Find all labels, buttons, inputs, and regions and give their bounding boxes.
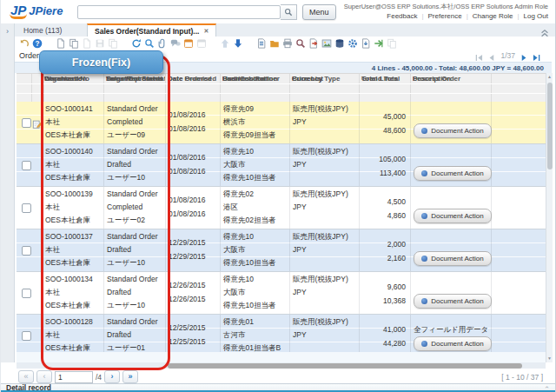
delete-record-icon[interactable] <box>81 37 92 49</box>
partner-location: 古河市 <box>220 329 289 341</box>
date-ordered: 01/08/2016 <box>165 110 220 121</box>
product-info-icon[interactable] <box>334 37 345 49</box>
next-record-icon[interactable] <box>520 50 529 60</box>
sidebar-expand-chevron[interactable]: › <box>1 23 15 362</box>
target-document-type: Standard Order <box>103 103 165 115</box>
parent-record-icon[interactable] <box>219 37 230 49</box>
nav-link-change-role[interactable]: Change Role <box>473 12 513 20</box>
column-header-label <box>165 74 220 83</box>
document-action-button[interactable]: Document Action <box>414 336 492 351</box>
jpiere-logo[interactable]: JP JPiere <box>10 3 63 19</box>
totals-cell: 4,5004,860 <box>359 187 411 229</box>
nav-link-preference[interactable]: Preference <box>428 12 462 20</box>
table-row[interactable]: SOO-1000134本社OES本社倉庫Standard OrderDrafte… <box>17 272 546 315</box>
active-workflows-icon[interactable] <box>386 37 397 49</box>
tab-bar <box>1 23 555 37</box>
table-row[interactable]: SOO-1000139本社OES本社倉庫Standard OrderComple… <box>17 187 546 229</box>
document-action-button[interactable]: Document Action <box>414 209 492 223</box>
business-partner: 得意先02 <box>220 189 289 200</box>
horizontal-scrollbar-thumb[interactable] <box>168 363 522 369</box>
business-partner: 得意先10 <box>220 146 289 157</box>
print-icon[interactable] <box>281 37 293 49</box>
page-previous-button[interactable]: ‹ <box>36 370 52 383</box>
table-row[interactable]: SOO-1000140本社OES本社倉庫Standard OrderDrafte… <box>17 144 546 187</box>
total-lines-amount: 9,600 <box>359 282 410 293</box>
zoom-across-icon[interactable] <box>373 37 384 49</box>
document-action-button[interactable]: Document Action <box>414 294 492 309</box>
table-row[interactable]: SOO-1000128本社OES本社倉庫Standard OrderDrafte… <box>17 315 546 357</box>
first-record-icon[interactable] <box>474 50 484 60</box>
column-header-label[interactable]: Currency Type <box>289 74 359 83</box>
dates-cell: 12/25/201512/25/2015 <box>165 315 221 356</box>
find-icon[interactable] <box>143 37 155 49</box>
document-action-button[interactable]: Document Action <box>414 166 492 181</box>
tab-home[interactable]: Home (113) <box>17 23 69 37</box>
tab-sales-order[interactable]: Sales Order(Standard Input)... ✕ <box>87 23 216 37</box>
export-file-icon[interactable] <box>360 37 371 49</box>
column-header-label[interactable]: User/Contact <box>220 74 289 83</box>
row-checkbox[interactable] <box>22 203 31 213</box>
nav-link-feedback[interactable]: Feedback <box>387 12 417 20</box>
row-checkbox[interactable] <box>22 246 31 256</box>
warehouse: OES本社倉庫 <box>42 130 103 141</box>
page-number-input[interactable] <box>55 371 93 383</box>
page-last-button[interactable]: » <box>122 370 138 383</box>
previous-record-icon[interactable] <box>486 50 496 60</box>
scroll-up-arrow[interactable]: ▲ <box>546 73 553 81</box>
vertical-scrollbar[interactable]: ▲ ▼ <box>546 73 553 362</box>
totals-cell: 2,0002,160 <box>359 229 411 271</box>
chat-icon[interactable] <box>169 37 181 49</box>
row-checkbox[interactable] <box>22 161 31 170</box>
scroll-down-arrow[interactable]: ▼ <box>546 355 553 362</box>
archive-icon[interactable] <box>268 37 280 49</box>
report-icon[interactable] <box>255 37 267 49</box>
tab-close-icon[interactable]: ✕ <box>203 28 208 35</box>
save-icon[interactable] <box>94 37 105 49</box>
row-checkbox[interactable] <box>22 289 31 298</box>
vertical-scrollbar-thumb[interactable] <box>547 83 553 169</box>
detail-collapse-chevron-icon[interactable]: › <box>543 386 551 389</box>
detail-record-icon[interactable] <box>232 37 243 49</box>
total-lines-amount: 4,500 <box>359 196 410 208</box>
totals-cell: 9,60010,368 <box>359 272 411 314</box>
page-first-button[interactable]: « <box>18 370 34 383</box>
file-import-icon[interactable] <box>321 37 332 49</box>
new-record-icon[interactable] <box>55 37 66 49</box>
price-list-cell: 販売用(税抜JPY)JPY <box>289 187 360 229</box>
copy-record-icon[interactable] <box>68 37 79 49</box>
collapse-all-icon[interactable] <box>539 25 550 36</box>
column-header-label[interactable]: Warehouse <box>42 74 103 83</box>
document-status: Drafted <box>103 329 165 341</box>
save-create-icon[interactable] <box>107 37 118 49</box>
page-next-button[interactable]: › <box>104 370 120 383</box>
last-record-icon[interactable] <box>532 50 541 60</box>
menu-button[interactable]: Menu <box>302 4 336 20</box>
row-checkbox[interactable] <box>22 118 31 128</box>
nav-link-log-out[interactable]: Log Out <box>524 12 548 20</box>
grid-toggle-icon[interactable] <box>182 37 194 49</box>
grand-total-amount: 113,400 <box>359 168 410 179</box>
table-row[interactable]: SOO-1000141本社OES本社倉庫Standard OrderComple… <box>17 102 546 144</box>
undo-icon[interactable] <box>18 37 30 49</box>
document-action-button[interactable]: Document Action <box>414 123 492 138</box>
table-row[interactable]: SOO-1000137本社OES本社倉庫Standard OrderDrafte… <box>17 229 546 272</box>
sales-representative: ユーザー09 <box>103 130 165 141</box>
global-search-input[interactable] <box>77 5 281 19</box>
horizontal-scrollbar[interactable] <box>17 362 546 369</box>
selection-total-status: 4 Lines - 45,000.00 - Total: 48,600.00 J… <box>372 64 544 72</box>
export-data-icon[interactable] <box>308 37 319 49</box>
document-action-button[interactable]: Document Action <box>414 251 492 266</box>
description: 全フィールド用データ <box>410 324 491 336</box>
search-button[interactable] <box>281 4 297 20</box>
print-preview-icon[interactable] <box>295 37 306 49</box>
help-icon[interactable] <box>31 37 43 49</box>
refresh-icon[interactable] <box>130 37 142 49</box>
column-header-label <box>359 74 410 83</box>
process-icon[interactable] <box>347 37 358 49</box>
ignore-icon[interactable] <box>195 37 207 49</box>
attachment-icon[interactable] <box>156 37 168 49</box>
document-no-cell: SOO-1000139本社OES本社倉庫 <box>42 187 104 229</box>
column-header-price-list: Price ListCurrencyCurrency Type <box>289 74 360 103</box>
row-checkbox[interactable] <box>22 331 31 341</box>
column-header-label[interactable]: Sales Representative <box>103 74 165 83</box>
